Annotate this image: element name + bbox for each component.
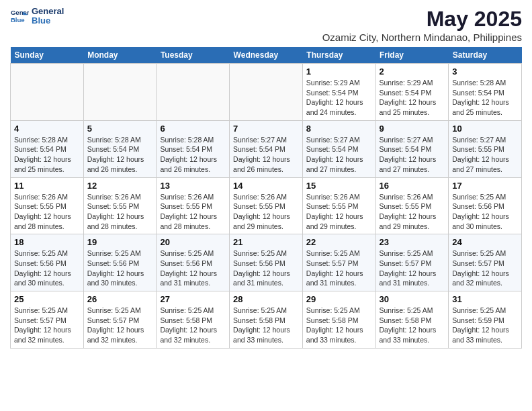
date-number: 14 <box>233 181 299 191</box>
day-header-friday: Friday <box>375 47 449 64</box>
cell-info: Sunrise: 5:25 AM Sunset: 5:58 PM Dayligh… <box>233 306 299 345</box>
calendar-cell <box>157 64 230 121</box>
date-number: 28 <box>233 294 299 304</box>
calendar-cell: 24Sunrise: 5:25 AM Sunset: 5:57 PM Dayli… <box>449 234 522 291</box>
cell-info: Sunrise: 5:25 AM Sunset: 5:58 PM Dayligh… <box>380 306 445 345</box>
calendar-cell: 26Sunrise: 5:25 AM Sunset: 5:57 PM Dayli… <box>83 291 157 349</box>
day-header-row: SundayMondayTuesdayWednesdayThursdayFrid… <box>11 47 522 64</box>
cell-info: Sunrise: 5:28 AM Sunset: 5:54 PM Dayligh… <box>452 78 518 118</box>
cell-info: Sunrise: 5:25 AM Sunset: 5:56 PM Dayligh… <box>452 192 518 232</box>
cell-info: Sunrise: 5:27 AM Sunset: 5:54 PM Dayligh… <box>380 135 445 175</box>
date-number: 3 <box>452 66 518 77</box>
logo-icon: General Blue <box>10 7 29 26</box>
cell-info: Sunrise: 5:28 AM Sunset: 5:54 PM Dayligh… <box>160 135 226 175</box>
calendar-cell: 16Sunrise: 5:26 AM Sunset: 5:55 PM Dayli… <box>375 177 449 234</box>
calendar-cell: 13Sunrise: 5:26 AM Sunset: 5:55 PM Dayli… <box>157 177 230 234</box>
calendar-cell: 25Sunrise: 5:25 AM Sunset: 5:57 PM Dayli… <box>11 291 84 349</box>
date-number: 7 <box>233 124 299 134</box>
date-number: 10 <box>452 124 518 134</box>
date-number: 15 <box>306 181 372 191</box>
date-number: 24 <box>452 237 518 247</box>
date-number: 23 <box>380 237 445 247</box>
day-header-saturday: Saturday <box>449 47 522 64</box>
calendar-cell: 15Sunrise: 5:26 AM Sunset: 5:55 PM Dayli… <box>302 177 375 234</box>
cell-info: Sunrise: 5:28 AM Sunset: 5:54 PM Dayligh… <box>14 135 80 175</box>
date-number: 27 <box>160 294 226 304</box>
calendar-cell: 30Sunrise: 5:25 AM Sunset: 5:58 PM Dayli… <box>375 291 449 349</box>
calendar-cell: 22Sunrise: 5:25 AM Sunset: 5:57 PM Dayli… <box>302 234 375 291</box>
calendar-cell: 8Sunrise: 5:27 AM Sunset: 5:54 PM Daylig… <box>302 120 375 177</box>
calendar-cell: 11Sunrise: 5:26 AM Sunset: 5:55 PM Dayli… <box>11 177 84 234</box>
cell-info: Sunrise: 5:25 AM Sunset: 5:56 PM Dayligh… <box>160 248 226 288</box>
date-number: 16 <box>380 181 445 191</box>
day-header-thursday: Thursday <box>302 47 375 64</box>
cell-info: Sunrise: 5:28 AM Sunset: 5:54 PM Dayligh… <box>87 135 153 175</box>
cell-info: Sunrise: 5:29 AM Sunset: 5:54 PM Dayligh… <box>306 78 372 118</box>
date-number: 5 <box>87 124 153 134</box>
calendar-cell: 29Sunrise: 5:25 AM Sunset: 5:58 PM Dayli… <box>302 291 375 349</box>
date-number: 19 <box>87 237 153 247</box>
date-number: 13 <box>160 181 226 191</box>
cell-info: Sunrise: 5:25 AM Sunset: 5:57 PM Dayligh… <box>452 248 518 288</box>
cell-info: Sunrise: 5:27 AM Sunset: 5:55 PM Dayligh… <box>452 135 518 175</box>
date-number: 26 <box>87 294 153 304</box>
cell-info: Sunrise: 5:25 AM Sunset: 5:57 PM Dayligh… <box>14 306 80 345</box>
date-number: 18 <box>14 237 80 247</box>
cell-info: Sunrise: 5:25 AM Sunset: 5:59 PM Dayligh… <box>452 306 518 345</box>
calendar-cell <box>230 64 303 121</box>
subtitle: Ozamiz City, Northern Mindanao, Philippi… <box>322 32 522 43</box>
calendar-cell: 23Sunrise: 5:25 AM Sunset: 5:57 PM Dayli… <box>375 234 449 291</box>
logo-line1: General <box>32 7 64 16</box>
day-header-tuesday: Tuesday <box>157 47 230 64</box>
calendar-cell: 17Sunrise: 5:25 AM Sunset: 5:56 PM Dayli… <box>449 177 522 234</box>
header: General Blue General Blue May 2025 Ozami… <box>10 7 522 43</box>
cell-info: Sunrise: 5:26 AM Sunset: 5:55 PM Dayligh… <box>380 192 445 232</box>
cell-info: Sunrise: 5:26 AM Sunset: 5:55 PM Dayligh… <box>233 192 299 232</box>
calendar-cell: 14Sunrise: 5:26 AM Sunset: 5:55 PM Dayli… <box>230 177 303 234</box>
date-number: 8 <box>306 124 372 134</box>
calendar-cell: 19Sunrise: 5:25 AM Sunset: 5:56 PM Dayli… <box>83 234 157 291</box>
logo-line2: Blue <box>32 16 64 26</box>
cell-info: Sunrise: 5:25 AM Sunset: 5:57 PM Dayligh… <box>87 306 153 345</box>
date-number: 12 <box>87 181 153 191</box>
date-number: 30 <box>380 294 445 304</box>
svg-text:General: General <box>11 9 29 17</box>
week-row-5: 25Sunrise: 5:25 AM Sunset: 5:57 PM Dayli… <box>11 291 522 349</box>
date-number: 11 <box>14 181 80 191</box>
cell-info: Sunrise: 5:25 AM Sunset: 5:56 PM Dayligh… <box>14 248 80 288</box>
title-area: May 2025 Ozamiz City, Northern Mindanao,… <box>322 7 522 43</box>
cell-info: Sunrise: 5:26 AM Sunset: 5:55 PM Dayligh… <box>306 192 372 232</box>
calendar-cell <box>83 64 157 121</box>
calendar-cell: 18Sunrise: 5:25 AM Sunset: 5:56 PM Dayli… <box>11 234 84 291</box>
date-number: 4 <box>14 124 80 134</box>
week-row-1: 1Sunrise: 5:29 AM Sunset: 5:54 PM Daylig… <box>11 64 522 121</box>
calendar-cell: 2Sunrise: 5:29 AM Sunset: 5:54 PM Daylig… <box>375 64 449 121</box>
calendar-cell: 21Sunrise: 5:25 AM Sunset: 5:56 PM Dayli… <box>230 234 303 291</box>
date-number: 2 <box>380 66 445 77</box>
cell-info: Sunrise: 5:25 AM Sunset: 5:57 PM Dayligh… <box>306 248 372 288</box>
cell-info: Sunrise: 5:29 AM Sunset: 5:54 PM Dayligh… <box>380 78 445 118</box>
date-number: 6 <box>160 124 226 134</box>
day-header-wednesday: Wednesday <box>230 47 303 64</box>
week-row-2: 4Sunrise: 5:28 AM Sunset: 5:54 PM Daylig… <box>11 120 522 177</box>
date-number: 9 <box>380 124 445 134</box>
date-number: 20 <box>160 237 226 247</box>
date-number: 31 <box>452 294 518 304</box>
calendar-cell: 20Sunrise: 5:25 AM Sunset: 5:56 PM Dayli… <box>157 234 230 291</box>
calendar-cell: 5Sunrise: 5:28 AM Sunset: 5:54 PM Daylig… <box>83 120 157 177</box>
main-title: May 2025 <box>322 7 522 32</box>
date-number: 22 <box>306 237 372 247</box>
calendar-cell <box>11 64 84 121</box>
date-number: 29 <box>306 294 372 304</box>
week-row-3: 11Sunrise: 5:26 AM Sunset: 5:55 PM Dayli… <box>11 177 522 234</box>
calendar-cell: 9Sunrise: 5:27 AM Sunset: 5:54 PM Daylig… <box>375 120 449 177</box>
cell-info: Sunrise: 5:25 AM Sunset: 5:56 PM Dayligh… <box>87 248 153 288</box>
date-number: 25 <box>14 294 80 304</box>
logo: General Blue General Blue <box>10 7 64 26</box>
cell-info: Sunrise: 5:27 AM Sunset: 5:54 PM Dayligh… <box>233 135 299 175</box>
date-number: 21 <box>233 237 299 247</box>
calendar-cell: 4Sunrise: 5:28 AM Sunset: 5:54 PM Daylig… <box>11 120 84 177</box>
day-header-sunday: Sunday <box>11 47 84 64</box>
cell-info: Sunrise: 5:27 AM Sunset: 5:54 PM Dayligh… <box>306 135 372 175</box>
calendar-cell: 12Sunrise: 5:26 AM Sunset: 5:55 PM Dayli… <box>83 177 157 234</box>
